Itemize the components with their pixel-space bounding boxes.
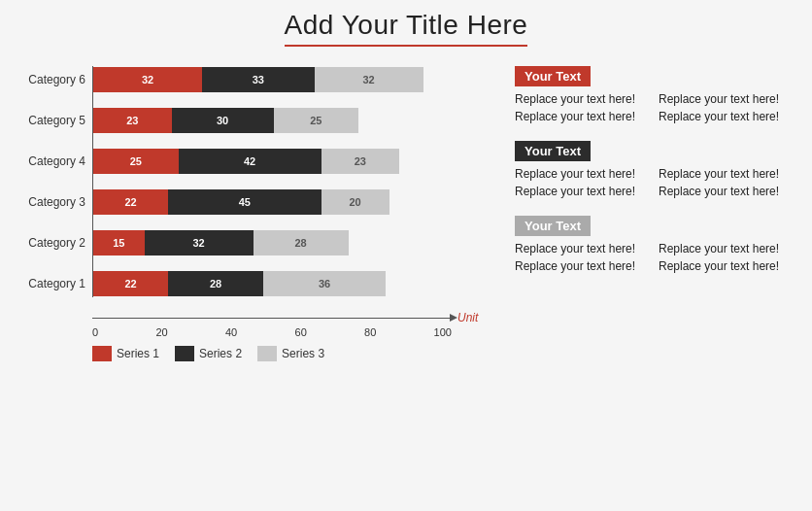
- x-tick: 40: [225, 326, 237, 338]
- bar-row: Category 4254223: [93, 148, 486, 175]
- panel-text-row: Replace your text here!Replace your text…: [515, 242, 793, 256]
- bar-row: Category 1222836: [93, 270, 486, 297]
- panel-text: Replace your text here!: [515, 110, 649, 123]
- x-tick: 100: [434, 326, 452, 338]
- legend-item: Series 2: [175, 346, 242, 361]
- legend-item: Series 1: [92, 346, 159, 361]
- x-tick: 80: [364, 326, 376, 338]
- bar-segment-series2: 42: [179, 149, 321, 174]
- unit-label: Unit: [457, 311, 478, 324]
- panel-text: Replace your text here!: [659, 110, 793, 123]
- x-tick: 0: [92, 326, 98, 338]
- x-axis-arrow: [92, 318, 452, 319]
- bar-row: Category 3224520: [93, 188, 486, 216]
- bar-row: Category 5233025: [93, 107, 486, 134]
- category-label: Category 3: [17, 195, 85, 209]
- x-axis-row: Unit: [92, 311, 486, 324]
- bar-segment-series1: 23: [93, 108, 172, 133]
- legend: Series 1Series 2Series 3: [92, 346, 486, 361]
- bar-segment-series1: 32: [93, 67, 202, 92]
- x-tick: 60: [295, 326, 307, 338]
- chart-wrapper: Category 6323332Category 5233025Category…: [19, 66, 486, 361]
- title-section: Add Your Title Here: [19, 10, 793, 47]
- panel-text: Replace your text here!: [659, 92, 793, 106]
- bar-segment-series1: 25: [93, 149, 179, 174]
- panel-block-2: Your TextReplace your text here!Replace …: [515, 216, 793, 277]
- panel-text-row: Replace your text here!Replace your text…: [515, 110, 793, 123]
- panel-badge-1: Your Text: [515, 141, 591, 161]
- legend-color-swatch: [92, 346, 112, 361]
- panel-text: Replace your text here!: [515, 259, 649, 273]
- bar-row: Category 6323332: [93, 66, 486, 93]
- panel-text: Replace your text here!: [515, 167, 649, 181]
- panel-text-row: Replace your text here!Replace your text…: [515, 167, 793, 181]
- bar-segment-series2: 33: [202, 67, 315, 92]
- panel-block-1: Your TextReplace your text here!Replace …: [515, 141, 793, 202]
- right-panel: Your TextReplace your text here!Replace …: [486, 56, 793, 501]
- panel-text: Replace your text here!: [659, 259, 793, 273]
- category-label: Category 1: [17, 277, 85, 290]
- panel-text: Replace your text here!: [515, 185, 649, 198]
- bar-segment-series2: 28: [168, 271, 263, 296]
- panel-text-row: Replace your text here!Replace your text…: [515, 92, 793, 106]
- panel-text: Replace your text here!: [515, 92, 649, 106]
- main-container: Add Your Title Here Category 6323332Cate…: [0, 0, 812, 511]
- category-label: Category 5: [17, 114, 85, 127]
- legend-color-swatch: [257, 346, 277, 361]
- panel-badge-2: Your Text: [515, 216, 591, 236]
- panel-text: Replace your text here!: [659, 242, 793, 256]
- content-area: Category 6323332Category 5233025Category…: [19, 56, 793, 501]
- legend-item: Series 3: [257, 346, 324, 361]
- panel-text: Replace your text here!: [659, 185, 793, 198]
- bar-segment-series1: 22: [93, 271, 168, 296]
- panel-text: Replace your text here!: [515, 242, 649, 256]
- page-title: Add Your Title Here: [285, 10, 528, 47]
- bar-segment-series2: 45: [168, 189, 321, 215]
- panel-text: Replace your text here!: [659, 167, 793, 181]
- bar-segment-series3: 28: [254, 230, 349, 256]
- bar-segment-series3: 20: [321, 189, 389, 215]
- bars-container: Category 6323332Category 5233025Category…: [92, 66, 486, 297]
- panel-text-row: Replace your text here!Replace your text…: [515, 259, 793, 273]
- bar-segment-series2: 32: [145, 230, 254, 256]
- legend-label: Series 1: [117, 347, 159, 360]
- chart-area: Category 6323332Category 5233025Category…: [19, 56, 486, 501]
- panel-text-row: Replace your text here!Replace your text…: [515, 185, 793, 198]
- bar-row: Category 2153228: [93, 229, 486, 256]
- bar-segment-series3: 32: [315, 67, 423, 92]
- bar-segment-series3: 36: [263, 271, 386, 296]
- x-tick: 20: [155, 326, 167, 338]
- bar-segment-series1: 22: [93, 189, 168, 215]
- category-label: Category 4: [17, 154, 85, 168]
- x-axis-ticks: 020406080100: [92, 326, 452, 338]
- legend-color-swatch: [175, 346, 194, 361]
- category-label: Category 6: [17, 73, 85, 86]
- legend-label: Series 3: [282, 347, 324, 360]
- bar-segment-series2: 30: [172, 108, 274, 133]
- panel-block-0: Your TextReplace your text here!Replace …: [515, 66, 793, 127]
- panel-badge-0: Your Text: [515, 66, 591, 86]
- category-label: Category 2: [17, 236, 85, 250]
- legend-label: Series 2: [199, 347, 242, 360]
- bar-segment-series1: 15: [93, 230, 145, 256]
- bar-segment-series3: 25: [274, 108, 359, 133]
- bar-segment-series3: 23: [321, 149, 400, 174]
